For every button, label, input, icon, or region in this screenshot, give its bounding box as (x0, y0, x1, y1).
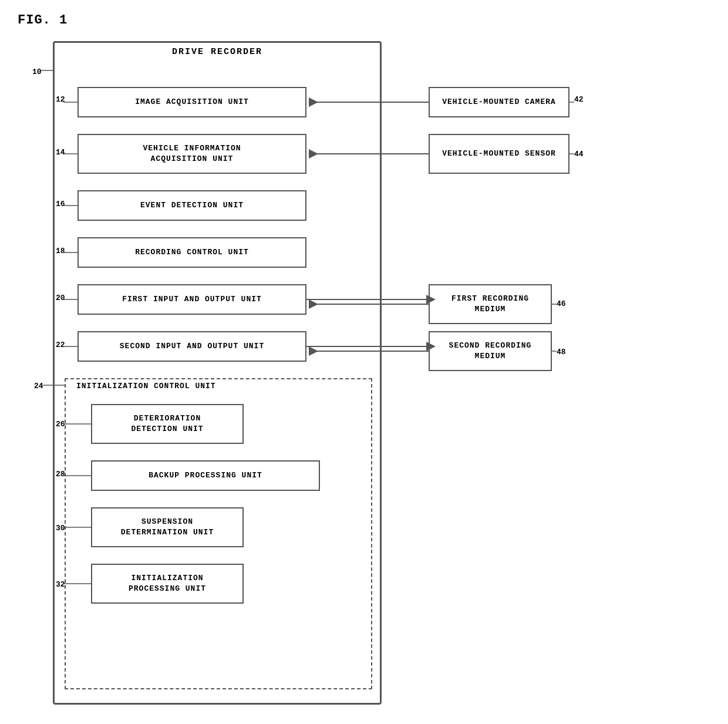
first-recording-medium: FIRST RECORDING MEDIUM (429, 284, 552, 324)
ref-16: 16 (56, 200, 65, 208)
suspension-determination-unit: SUSPENSION DETERMINATION UNIT (91, 507, 244, 547)
vehicle-mounted-camera: VEHICLE-MOUNTED CAMERA (429, 87, 569, 117)
image-acquisition-unit: IMAGE ACQUISITION UNIT (77, 87, 306, 117)
second-io-unit: SECOND INPUT AND OUTPUT UNIT (77, 331, 306, 362)
vehicle-info-acquisition-unit: VEHICLE INFORMATION ACQUISITION UNIT (77, 134, 306, 174)
backup-processing-unit: BACKUP PROCESSING UNIT (91, 460, 320, 491)
ref-14: 14 (56, 148, 65, 157)
second-recording-medium: SECOND RECORDING MEDIUM (429, 331, 552, 371)
ref-18: 18 (56, 247, 65, 255)
ref-32: 32 (56, 580, 65, 589)
ref-30: 30 (56, 524, 65, 533)
first-io-unit: FIRST INPUT AND OUTPUT UNIT (77, 284, 306, 315)
drive-recorder-title: DRIVE RECORDER (55, 42, 380, 60)
ref-22: 22 (56, 341, 65, 349)
vehicle-mounted-sensor: VEHICLE-MOUNTED SENSOR (429, 134, 569, 174)
initialization-processing-unit: INITIALIZATION PROCESSING UNIT (91, 564, 244, 604)
ref-48: 48 (557, 348, 566, 356)
initialization-control-label: INITIALIZATION CONTROL UNIT (76, 382, 216, 390)
ref-24: 24 (34, 382, 43, 390)
ref-28: 28 (56, 470, 65, 479)
deterioration-detection-unit: DETERIORATION DETECTION UNIT (91, 404, 244, 444)
ref-26: 26 (56, 420, 65, 429)
ref-12: 12 (56, 95, 65, 104)
ref-20: 20 (56, 294, 65, 302)
figure-label: FIG. 1 (18, 13, 68, 28)
event-detection-unit: EVENT DETECTION UNIT (77, 190, 306, 221)
ref-44: 44 (574, 150, 584, 159)
ref-42: 42 (574, 95, 584, 104)
ref-10: 10 (32, 68, 42, 76)
ref-46: 46 (557, 299, 566, 308)
recording-control-unit: RECORDING CONTROL UNIT (77, 237, 306, 268)
